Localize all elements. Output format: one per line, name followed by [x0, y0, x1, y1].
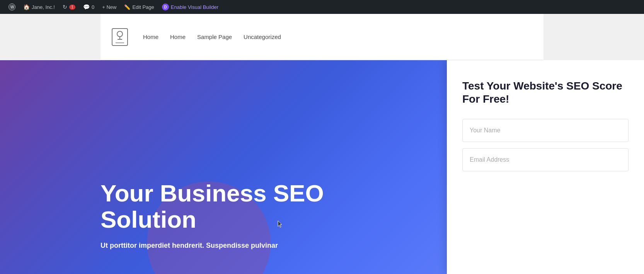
- site-logo[interactable]: [108, 24, 131, 51]
- nav-home-2[interactable]: Home: [170, 34, 186, 40]
- edit-page-button[interactable]: ✏️ Edit Page: [120, 0, 158, 14]
- wp-logo-button[interactable]: W: [5, 0, 19, 14]
- updates-button[interactable]: ↻ 1: [59, 0, 79, 14]
- site-nav: Home Home Sample Page Uncategorized: [143, 34, 281, 40]
- edit-page-label: Edit Page: [132, 4, 154, 10]
- hero-title: Your Business SEO Solution: [101, 180, 363, 233]
- nav-home-1[interactable]: Home: [143, 34, 158, 40]
- hero-section: Your Business SEO Solution Ut porttitor …: [0, 60, 644, 274]
- divi-icon: D: [162, 3, 169, 10]
- nav-sample-page[interactable]: Sample Page: [197, 34, 232, 40]
- email-input[interactable]: [462, 148, 629, 171]
- seo-card-title: Test Your Website's SEO Score For Free!: [462, 79, 629, 105]
- comments-button[interactable]: 💬 0: [79, 0, 98, 14]
- comments-icon: 💬: [83, 4, 90, 10]
- logo-icon: [111, 25, 129, 49]
- seo-card: Test Your Website's SEO Score For Free!: [447, 60, 644, 274]
- visual-builder-label: Enable Visual Builder: [171, 4, 218, 10]
- updates-icon: ↻: [63, 4, 67, 10]
- svg-point-3: [117, 31, 123, 37]
- admin-bar: W 🏠 Jane, Inc.! ↻ 1 💬 0 + New ✏️ Edit Pa…: [0, 0, 644, 14]
- site-icon: 🏠: [23, 4, 30, 10]
- comments-count: 0: [92, 4, 94, 10]
- updates-count: 1: [69, 5, 75, 10]
- visual-builder-button[interactable]: D Enable Visual Builder: [158, 0, 222, 14]
- svg-text:W: W: [10, 5, 14, 9]
- edit-icon: ✏️: [124, 4, 130, 10]
- new-content-button[interactable]: + New: [98, 0, 120, 14]
- site-name-button[interactable]: 🏠 Jane, Inc.!: [19, 0, 59, 14]
- nav-uncategorized[interactable]: Uncategorized: [244, 34, 281, 40]
- site-name-label: Jane, Inc.!: [32, 4, 55, 10]
- hero-content: Your Business SEO Solution Ut porttitor …: [101, 180, 363, 251]
- new-label: + New: [102, 4, 116, 10]
- header-inner: Home Home Sample Page Uncategorized: [101, 14, 543, 60]
- wordpress-icon: W: [9, 3, 15, 10]
- name-input[interactable]: [462, 119, 629, 142]
- site-header: Home Home Sample Page Uncategorized: [0, 14, 644, 60]
- hero-subtitle: Ut porttitor imperdiet hendrerit. Suspen…: [101, 240, 317, 251]
